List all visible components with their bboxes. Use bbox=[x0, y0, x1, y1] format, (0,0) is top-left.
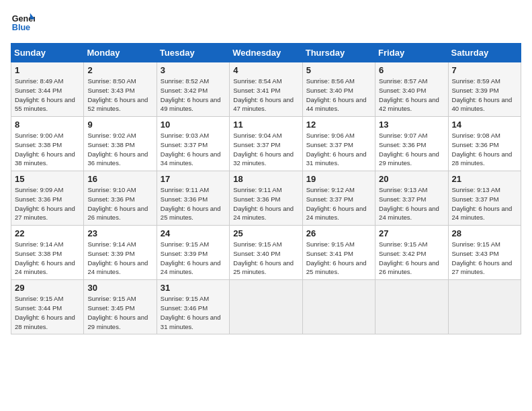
calendar-week-row: 22 Sunrise: 9:14 AM Sunset: 3:38 PM Dayl… bbox=[11, 226, 521, 280]
logo: General Blue bbox=[11, 11, 38, 35]
calendar-cell: 2 Sunrise: 8:50 AM Sunset: 3:43 PM Dayli… bbox=[84, 62, 157, 117]
day-number: 1 bbox=[15, 65, 80, 75]
day-info: Sunrise: 9:15 AM Sunset: 3:40 PM Dayligh… bbox=[233, 240, 298, 277]
day-number: 21 bbox=[452, 174, 517, 184]
day-info: Sunrise: 8:49 AM Sunset: 3:44 PM Dayligh… bbox=[15, 77, 80, 113]
day-info: Sunrise: 8:50 AM Sunset: 3:43 PM Dayligh… bbox=[87, 77, 152, 113]
day-info: Sunrise: 9:11 AM Sunset: 3:36 PM Dayligh… bbox=[161, 185, 226, 222]
calendar-cell: 17 Sunrise: 9:11 AM Sunset: 3:36 PM Dayl… bbox=[157, 171, 229, 226]
day-info: Sunrise: 9:13 AM Sunset: 3:37 PM Dayligh… bbox=[452, 185, 517, 222]
calendar-cell: 18 Sunrise: 9:11 AM Sunset: 3:36 PM Dayl… bbox=[230, 171, 302, 226]
day-info: Sunrise: 9:13 AM Sunset: 3:37 PM Dayligh… bbox=[379, 185, 444, 222]
day-info: Sunrise: 9:15 AM Sunset: 3:44 PM Dayligh… bbox=[15, 294, 80, 331]
day-info: Sunrise: 9:06 AM Sunset: 3:37 PM Dayligh… bbox=[306, 131, 371, 168]
day-info: Sunrise: 9:15 AM Sunset: 3:45 PM Dayligh… bbox=[87, 294, 152, 331]
col-header-tuesday: Tuesday bbox=[157, 44, 229, 62]
day-info: Sunrise: 9:15 AM Sunset: 3:42 PM Dayligh… bbox=[379, 240, 444, 277]
calendar-cell bbox=[230, 280, 302, 334]
calendar-cell: 6 Sunrise: 8:57 AM Sunset: 3:40 PM Dayli… bbox=[375, 62, 448, 117]
calendar-cell: 9 Sunrise: 9:02 AM Sunset: 3:38 PM Dayli… bbox=[84, 117, 157, 171]
day-number: 5 bbox=[306, 65, 371, 75]
svg-text:Blue: Blue bbox=[12, 23, 30, 32]
calendar-cell: 13 Sunrise: 9:07 AM Sunset: 3:36 PM Dayl… bbox=[375, 117, 448, 171]
day-number: 31 bbox=[161, 283, 226, 293]
calendar-cell bbox=[375, 280, 448, 334]
col-header-wednesday: Wednesday bbox=[230, 44, 302, 62]
day-number: 22 bbox=[15, 228, 80, 238]
col-header-thursday: Thursday bbox=[302, 44, 375, 62]
calendar-cell: 14 Sunrise: 9:08 AM Sunset: 3:36 PM Dayl… bbox=[448, 117, 521, 171]
day-info: Sunrise: 9:02 AM Sunset: 3:38 PM Dayligh… bbox=[87, 131, 152, 168]
day-number: 12 bbox=[306, 120, 371, 130]
calendar-cell: 28 Sunrise: 9:15 AM Sunset: 3:43 PM Dayl… bbox=[448, 226, 521, 280]
calendar-cell: 27 Sunrise: 9:15 AM Sunset: 3:42 PM Dayl… bbox=[375, 226, 448, 280]
day-info: Sunrise: 8:59 AM Sunset: 3:39 PM Dayligh… bbox=[452, 77, 517, 113]
calendar-week-row: 29 Sunrise: 9:15 AM Sunset: 3:44 PM Dayl… bbox=[11, 280, 521, 334]
day-info: Sunrise: 9:04 AM Sunset: 3:37 PM Dayligh… bbox=[233, 131, 298, 168]
day-number: 17 bbox=[161, 174, 226, 184]
day-number: 30 bbox=[87, 283, 152, 293]
day-number: 18 bbox=[233, 174, 298, 184]
day-info: Sunrise: 9:15 AM Sunset: 3:46 PM Dayligh… bbox=[161, 294, 226, 331]
day-number: 11 bbox=[233, 120, 298, 130]
calendar-cell: 11 Sunrise: 9:04 AM Sunset: 3:37 PM Dayl… bbox=[230, 117, 302, 171]
day-number: 27 bbox=[379, 228, 444, 238]
calendar-cell: 23 Sunrise: 9:14 AM Sunset: 3:39 PM Dayl… bbox=[84, 226, 157, 280]
day-info: Sunrise: 9:09 AM Sunset: 3:36 PM Dayligh… bbox=[15, 185, 80, 222]
day-number: 13 bbox=[379, 120, 444, 130]
day-number: 7 bbox=[452, 65, 517, 75]
calendar-cell: 10 Sunrise: 9:03 AM Sunset: 3:37 PM Dayl… bbox=[157, 117, 229, 171]
day-number: 28 bbox=[452, 228, 517, 238]
calendar-cell: 21 Sunrise: 9:13 AM Sunset: 3:37 PM Dayl… bbox=[448, 171, 521, 226]
col-header-friday: Friday bbox=[375, 44, 448, 62]
col-header-monday: Monday bbox=[84, 44, 157, 62]
calendar-cell: 12 Sunrise: 9:06 AM Sunset: 3:37 PM Dayl… bbox=[302, 117, 375, 171]
day-info: Sunrise: 8:57 AM Sunset: 3:40 PM Dayligh… bbox=[379, 77, 444, 113]
calendar-cell: 20 Sunrise: 9:13 AM Sunset: 3:37 PM Dayl… bbox=[375, 171, 448, 226]
day-info: Sunrise: 9:00 AM Sunset: 3:38 PM Dayligh… bbox=[15, 131, 80, 168]
calendar-week-row: 8 Sunrise: 9:00 AM Sunset: 3:38 PM Dayli… bbox=[11, 117, 521, 171]
day-info: Sunrise: 9:07 AM Sunset: 3:36 PM Dayligh… bbox=[379, 131, 444, 168]
calendar-cell: 22 Sunrise: 9:14 AM Sunset: 3:38 PM Dayl… bbox=[11, 226, 84, 280]
day-info: Sunrise: 9:14 AM Sunset: 3:39 PM Dayligh… bbox=[87, 240, 152, 277]
day-number: 15 bbox=[15, 174, 80, 184]
col-header-saturday: Saturday bbox=[448, 44, 521, 62]
calendar-cell bbox=[448, 280, 521, 334]
day-number: 25 bbox=[233, 228, 298, 238]
calendar-cell: 3 Sunrise: 8:52 AM Sunset: 3:42 PM Dayli… bbox=[157, 62, 229, 117]
day-info: Sunrise: 8:54 AM Sunset: 3:41 PM Dayligh… bbox=[233, 77, 298, 113]
day-number: 3 bbox=[161, 65, 226, 75]
calendar-cell: 26 Sunrise: 9:15 AM Sunset: 3:41 PM Dayl… bbox=[302, 226, 375, 280]
logo-icon: General Blue bbox=[11, 11, 35, 35]
calendar-cell: 4 Sunrise: 8:54 AM Sunset: 3:41 PM Dayli… bbox=[230, 62, 302, 117]
day-info: Sunrise: 9:12 AM Sunset: 3:37 PM Dayligh… bbox=[306, 185, 371, 222]
day-number: 23 bbox=[87, 228, 152, 238]
day-info: Sunrise: 9:15 AM Sunset: 3:41 PM Dayligh… bbox=[306, 240, 371, 277]
col-header-sunday: Sunday bbox=[11, 44, 84, 62]
day-info: Sunrise: 9:10 AM Sunset: 3:36 PM Dayligh… bbox=[87, 185, 152, 222]
calendar-cell: 30 Sunrise: 9:15 AM Sunset: 3:45 PM Dayl… bbox=[84, 280, 157, 334]
day-number: 6 bbox=[379, 65, 444, 75]
day-info: Sunrise: 8:52 AM Sunset: 3:42 PM Dayligh… bbox=[161, 77, 226, 113]
day-number: 19 bbox=[306, 174, 371, 184]
calendar-cell: 7 Sunrise: 8:59 AM Sunset: 3:39 PM Dayli… bbox=[448, 62, 521, 117]
calendar-cell: 8 Sunrise: 9:00 AM Sunset: 3:38 PM Dayli… bbox=[11, 117, 84, 171]
calendar-cell: 5 Sunrise: 8:56 AM Sunset: 3:40 PM Dayli… bbox=[302, 62, 375, 117]
day-number: 26 bbox=[306, 228, 371, 238]
day-number: 9 bbox=[87, 120, 152, 130]
day-info: Sunrise: 9:08 AM Sunset: 3:36 PM Dayligh… bbox=[452, 131, 517, 168]
day-number: 24 bbox=[161, 228, 226, 238]
calendar-cell: 29 Sunrise: 9:15 AM Sunset: 3:44 PM Dayl… bbox=[11, 280, 84, 334]
calendar-cell: 31 Sunrise: 9:15 AM Sunset: 3:46 PM Dayl… bbox=[157, 280, 229, 334]
calendar-cell: 25 Sunrise: 9:15 AM Sunset: 3:40 PM Dayl… bbox=[230, 226, 302, 280]
day-info: Sunrise: 9:15 AM Sunset: 3:43 PM Dayligh… bbox=[452, 240, 517, 277]
page-header: General Blue bbox=[11, 11, 521, 35]
calendar-cell bbox=[302, 280, 375, 334]
calendar-cell: 15 Sunrise: 9:09 AM Sunset: 3:36 PM Dayl… bbox=[11, 171, 84, 226]
day-number: 10 bbox=[161, 120, 226, 130]
day-number: 20 bbox=[379, 174, 444, 184]
day-info: Sunrise: 9:15 AM Sunset: 3:39 PM Dayligh… bbox=[161, 240, 226, 277]
calendar-week-row: 15 Sunrise: 9:09 AM Sunset: 3:36 PM Dayl… bbox=[11, 171, 521, 226]
day-number: 16 bbox=[87, 174, 152, 184]
day-info: Sunrise: 9:11 AM Sunset: 3:36 PM Dayligh… bbox=[233, 185, 298, 222]
